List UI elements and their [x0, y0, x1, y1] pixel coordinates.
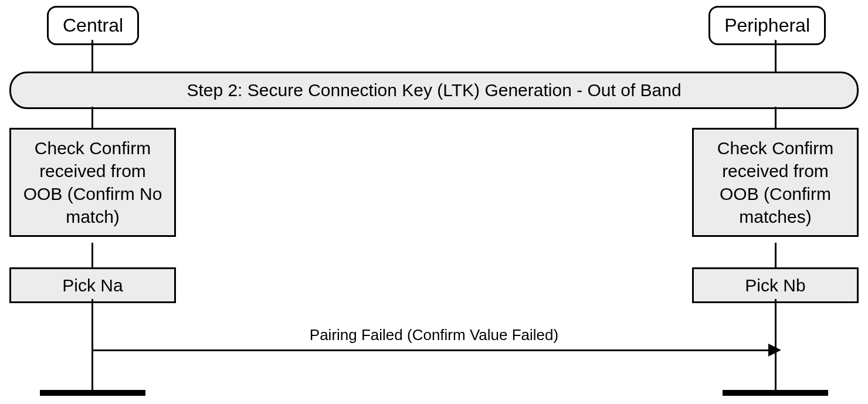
lifeline [775, 107, 777, 128]
check-confirm-central: Check Confirm received from OOB (Confirm… [9, 128, 176, 237]
lifeline [91, 107, 93, 128]
lifeline [91, 299, 93, 390]
message-arrow [92, 349, 776, 351]
check-confirm-peripheral: Check Confirm received from OOB (Confirm… [692, 128, 859, 237]
terminator-peripheral [723, 390, 828, 396]
actor-central: Central [47, 6, 139, 45]
arrowhead-icon [768, 344, 781, 357]
lifeline [775, 243, 777, 267]
terminator-central [40, 390, 145, 396]
pick-nb: Pick Nb [692, 267, 859, 303]
pick-na: Pick Na [9, 267, 176, 303]
actor-peripheral: Peripheral [708, 6, 826, 45]
lifeline [775, 40, 777, 72]
lifeline [91, 40, 93, 72]
step-banner: Step 2: Secure Connection Key (LTK) Gene… [9, 72, 859, 109]
lifeline [91, 243, 93, 267]
message-label: Pairing Failed (Confirm Value Failed) [0, 326, 868, 344]
